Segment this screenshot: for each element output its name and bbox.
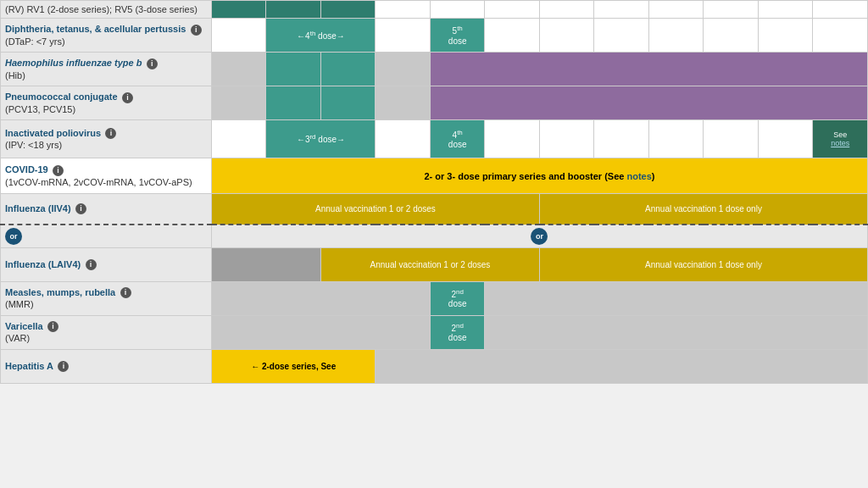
hib-col5-start	[430, 53, 867, 86]
rv-col6	[485, 1, 540, 19]
table-row: Influenza (IIV4) i Annual vaccination 1 …	[1, 194, 868, 225]
mmr-col1-4	[211, 281, 430, 315]
hepa-col4-12	[376, 349, 868, 383]
iiv4-info-icon[interactable]: i	[75, 203, 86, 214]
ipv-link[interactable]: Inactivated poliovirus	[5, 128, 101, 138]
table-row: Inactivated poliovirus i (IPV: <18 yrs) …	[1, 120, 868, 158]
pcv-purple	[430, 86, 867, 120]
mmr-info-icon[interactable]: i	[120, 287, 131, 298]
dtap-link[interactable]: Diphtheria, tetanus, & acellular pertuss…	[5, 24, 186, 34]
dtap-col11	[758, 19, 813, 53]
ipv-col10	[704, 120, 759, 158]
mmr-link[interactable]: Measles, mumps, rubella	[5, 287, 115, 297]
dtap-vaccine-cell: Diphtheria, tetanus, & acellular pertuss…	[1, 19, 212, 53]
or-span: or	[211, 225, 867, 248]
var-col6-12	[485, 315, 868, 349]
hepa-dose-span: ← 2-dose series, See	[211, 349, 376, 383]
or-vaccine-cell: or	[1, 225, 212, 248]
ipv-col6	[485, 120, 540, 158]
vaccine-name-cell: (RV) RV1 (2-dose series); RV5 (3-dose se…	[1, 1, 212, 19]
ipv-sub: (IPV: <18 yrs)	[5, 140, 62, 150]
ipv-col4	[376, 120, 431, 158]
var-link[interactable]: Varicella	[5, 321, 43, 331]
var-dose2: 2nddose	[430, 315, 485, 349]
ipv-col1	[211, 120, 266, 158]
hib-col4	[376, 53, 431, 86]
iiv4-annual1: Annual vaccination 1 or 2 doses	[211, 194, 539, 225]
hepa-vaccine-cell: Hepatitis A i	[1, 349, 212, 383]
or-row: or or	[1, 225, 868, 248]
table-row: Haemophilus influenzae type b i (Hib)	[1, 53, 868, 86]
dtap-col9	[648, 19, 704, 53]
dtap-col8	[594, 19, 649, 53]
ipv-col9	[648, 120, 704, 158]
laiv4-info-icon[interactable]: i	[86, 259, 97, 270]
ipv-info-icon[interactable]: i	[105, 128, 116, 139]
table-row: Influenza (LAIV4) i Annual vaccination 1…	[1, 247, 868, 281]
hepa-link[interactable]: Hepatitis A	[5, 361, 53, 371]
dtap-sub: (DTaP: <7 yrs)	[5, 36, 65, 47]
vaccination-schedule-table: (RV) RV1 (2-dose series); RV5 (3-dose se…	[0, 0, 868, 384]
var-vaccine-cell: Varicella i (VAR)	[1, 315, 212, 349]
rv-col5	[430, 1, 485, 19]
var-info-icon[interactable]: i	[47, 321, 58, 332]
var-sub: (VAR)	[5, 333, 30, 343]
iiv4-annual2: Annual vaccination 1 dose only	[539, 194, 867, 225]
dtap-col10	[704, 19, 759, 53]
covid-notes-link[interactable]: notes	[626, 171, 651, 181]
hib-col2	[266, 53, 321, 86]
ipv-col11	[758, 120, 813, 158]
rv-col9	[648, 1, 704, 19]
pcv-sub: (PCV13, PCV15)	[5, 104, 75, 114]
pcv-info-icon[interactable]: i	[122, 92, 133, 103]
rv-col7	[539, 1, 594, 19]
iiv4-vaccine-cell: Influenza (IIV4) i	[1, 194, 212, 225]
pcv-col2	[266, 86, 321, 120]
pcv-col1	[211, 86, 266, 120]
or-center-icon: or	[531, 228, 548, 245]
rv-col11	[758, 1, 813, 19]
hib-vaccine-cell: Haemophilus influenzae type b i (Hib)	[1, 53, 212, 86]
pcv-vaccine-cell: Pneumococcal conjugate i (PCV13, PCV15)	[1, 86, 212, 120]
dtap-col1	[211, 19, 266, 53]
table-row: Diphtheria, tetanus, & acellular pertuss…	[1, 19, 868, 53]
pcv-col3	[320, 86, 376, 120]
or-center-badge: or	[216, 228, 863, 245]
rv-col4	[376, 1, 431, 19]
pcv-link[interactable]: Pneumococcal conjugate	[5, 92, 118, 102]
table-row: (RV) RV1 (2-dose series); RV5 (3-dose se…	[1, 1, 868, 19]
dtap-col4	[376, 19, 431, 53]
laiv4-link[interactable]: Influenza (LAIV4)	[5, 259, 81, 269]
or-badge: or	[5, 228, 22, 245]
mmr-vaccine-cell: Measles, mumps, rubella i (MMR)	[1, 281, 212, 315]
ipv-see-notes[interactable]: Seenotes	[813, 120, 868, 158]
rv-col12	[813, 1, 868, 19]
hib-info-icon[interactable]: i	[147, 58, 158, 69]
table-row: COVID-19 i (1vCOV-mRNA, 2vCOV-mRNA, 1vCO…	[1, 158, 868, 194]
rv-label: (RV) RV1 (2-dose series); RV5 (3-dose se…	[5, 4, 198, 14]
table-row: Pneumococcal conjugate i (PCV13, PCV15)	[1, 86, 868, 120]
dtap-info-icon[interactable]: i	[191, 25, 202, 36]
covid-vaccine-cell: COVID-19 i (1vCOV-mRNA, 2vCOV-mRNA, 1vCO…	[1, 158, 212, 194]
rv-col3	[320, 1, 376, 19]
mmr-sub: (MMR)	[5, 299, 34, 309]
rv-col2	[266, 1, 321, 19]
dtap-col6	[485, 19, 540, 53]
hib-link[interactable]: Haemophilus influenzae type b	[5, 58, 142, 68]
var-col1-4	[211, 315, 430, 349]
mmr-dose2: 2nddose	[430, 281, 485, 315]
rv-col8	[594, 1, 649, 19]
hib-sub: (Hib)	[5, 70, 25, 80]
mmr-col6-12	[485, 281, 868, 315]
table-row: Measles, mumps, rubella i (MMR) 2nddose	[1, 281, 868, 315]
laiv4-annual1: Annual vaccination 1 or 2 doses	[320, 247, 539, 281]
iiv4-link[interactable]: Influenza (IIV4)	[5, 203, 71, 214]
laiv4-gray	[211, 247, 320, 281]
hepa-info-icon[interactable]: i	[58, 361, 69, 372]
table-row: Varicella i (VAR) 2nddose	[1, 315, 868, 349]
ipv-col7	[539, 120, 594, 158]
rv-col1	[211, 1, 266, 19]
covid-info-icon[interactable]: i	[53, 165, 64, 176]
covid-sub: (1vCOV-mRNA, 2vCOV-mRNA, 1vCOV-aPS)	[5, 177, 192, 187]
covid-link[interactable]: COVID-19	[5, 164, 48, 175]
